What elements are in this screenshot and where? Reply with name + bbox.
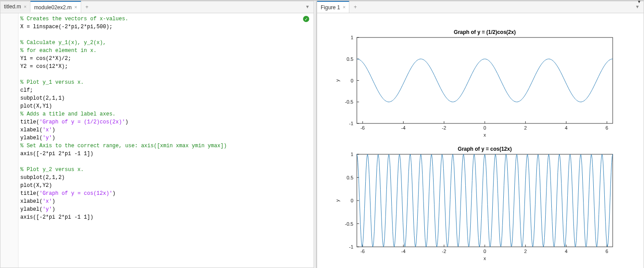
xtick-label: 2 (524, 125, 527, 130)
ytick-label: -0.5 (345, 221, 353, 227)
xtick-label: 6 (606, 125, 608, 130)
code-line: Y1 = cos(2*X)/2; (20, 55, 314, 63)
ytick-label: 1 (351, 152, 353, 157)
xlabel: x (483, 256, 486, 261)
code-line: % Plot y_1 versus x. (20, 78, 314, 86)
ylabel: y (335, 79, 340, 82)
close-icon[interactable]: × (75, 5, 77, 10)
code-line: X = linspace(-2*pi,2*pi,500); (20, 23, 314, 31)
editor-gutter (0, 13, 19, 268)
code-line (20, 71, 314, 78)
code-line: plot(X,Y2) (20, 182, 314, 190)
xtick-label: 0 (483, 125, 486, 130)
code-line: subplot(2,1,1) (20, 94, 314, 102)
code-line: clf; (20, 86, 314, 94)
plot-line (357, 154, 613, 247)
code-line: xlabel('x') (20, 126, 314, 134)
tab-label: titled.m (4, 4, 21, 10)
code-line (20, 158, 314, 166)
subplot-2: Graph of y = cos(12x)-6-4-20246-1-0.500.… (335, 146, 613, 261)
code-line: Y2 = cos(12*X); (20, 63, 314, 71)
xtick-label: -4 (401, 249, 405, 254)
tab-label: module02ex2.m (34, 4, 71, 11)
figure-tabbar: Figure 1 × + ▾ (317, 1, 644, 13)
ytick-label: -1 (349, 121, 353, 126)
xtick-label: 0 (483, 249, 486, 254)
tab-figure-1[interactable]: Figure 1 × (317, 1, 349, 13)
figure-canvas: Graph of y = (1/2)cos(2x)-6-4-20246-1-0.… (317, 13, 644, 268)
code-line: % Plot y_2 versus x. (20, 166, 314, 174)
chart-title: Graph of y = cos(12x) (458, 146, 512, 152)
figure-panel: Figure 1 × + ▾ Graph of y = (1/2)cos(2x)… (317, 1, 644, 268)
code-line: axis([-2*pi 2*pi -1 1]) (20, 150, 314, 158)
editor-panel-menu-icon[interactable]: ▾ (304, 3, 311, 10)
figure-add-tab[interactable]: + (349, 4, 361, 10)
root-split: titled.m×module02ex2.m× + ▾ % Creates th… (0, 0, 644, 268)
xtick-label: 4 (565, 249, 568, 254)
code-line: % for each element in x. (20, 47, 314, 55)
subplot-1: Graph of y = (1/2)cos(2x)-6-4-20246-1-0.… (335, 29, 613, 138)
code-ok-icon: ✓ (303, 16, 309, 22)
xtick-label: -6 (360, 249, 365, 254)
close-icon[interactable]: × (343, 5, 345, 10)
editor-body: % Creates the vectors of x-values.X = li… (0, 13, 314, 268)
ytick-label: -1 (349, 244, 353, 249)
code-line: xlabel('x') (20, 197, 314, 205)
ylabel: y (335, 199, 340, 202)
ytick-label: 0.5 (347, 175, 353, 180)
code-line: title('Graph of y = cos(12x)') (20, 190, 314, 197)
code-line: % Calculate y_1(x), y_2(x), (20, 39, 314, 47)
chart-title: Graph of y = (1/2)cos(2x) (454, 29, 516, 35)
ytick-label: 0.5 (347, 56, 353, 62)
code-line: ylabel('y') (20, 134, 314, 142)
tab-label: Figure 1 (321, 4, 340, 11)
xtick-label: 2 (524, 249, 527, 254)
editor-tab-1[interactable]: module02ex2.m× (30, 1, 81, 13)
editor-add-tab[interactable]: + (81, 4, 93, 10)
code-line: % Set Axis to the correct range, use: ax… (20, 142, 314, 150)
code-line: % Creates the vectors of x-values. (20, 15, 314, 23)
svg-rect-0 (357, 37, 613, 123)
window-dropdown-icon[interactable]: ▼ (635, 0, 643, 4)
xlabel: x (483, 132, 486, 138)
xtick-label: 6 (606, 249, 608, 254)
code-line: axis([-2*pi 2*pi -1 1]) (20, 213, 314, 221)
code-line: ylabel('y') (20, 205, 314, 213)
xtick-label: 4 (565, 125, 568, 130)
plot-line (357, 59, 613, 102)
editor-panel: titled.m×module02ex2.m× + ▾ % Creates th… (0, 1, 314, 268)
code-area[interactable]: % Creates the vectors of x-values.X = li… (19, 13, 314, 268)
svg-rect-13 (357, 154, 613, 247)
xtick-label: -2 (442, 125, 446, 130)
ytick-label: -0.5 (345, 99, 353, 104)
editor-tabbar: titled.m×module02ex2.m× + ▾ (0, 1, 314, 13)
xtick-label: -2 (442, 249, 446, 254)
code-line: % Adds a title and label axes. (20, 110, 314, 118)
ytick-label: 0 (351, 78, 353, 83)
ytick-label: 0 (351, 198, 353, 203)
code-line: title('Graph of y = (1/2)cos(2x)') (20, 118, 314, 126)
editor-tab-0[interactable]: titled.m× (0, 1, 30, 12)
ytick-label: 1 (351, 35, 353, 40)
code-line (20, 31, 314, 39)
xtick-label: -4 (401, 125, 405, 130)
code-line: subplot(2,1,2) (20, 174, 314, 182)
xtick-label: -6 (360, 125, 365, 130)
code-line: plot(X,Y1) (20, 102, 314, 110)
close-icon[interactable]: × (24, 4, 26, 9)
